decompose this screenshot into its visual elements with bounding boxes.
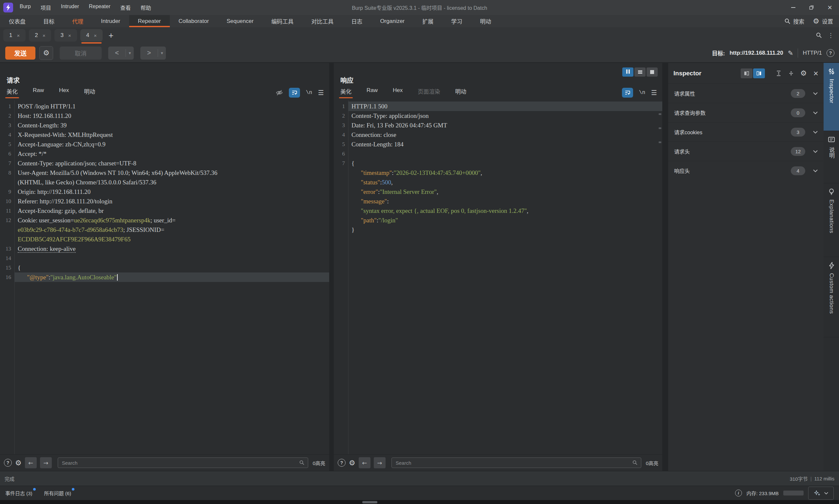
show-newlines-button[interactable]: \n [306,90,312,96]
close-tab-icon[interactable]: × [17,33,20,38]
help-icon[interactable]: ? [826,49,834,57]
response-search-input[interactable] [395,460,632,466]
prev-match-button[interactable]: ← [25,457,37,468]
inspector-section-request-attributes[interactable]: 请求属性 2 [668,84,824,103]
search-tabs-icon[interactable] [816,32,822,38]
chevron-down-icon[interactable]: ▼ [126,51,134,55]
inspector-section-request-headers[interactable]: 请求头 12 [668,142,824,161]
tab-repeater[interactable]: Repeater [129,15,170,27]
request-search-input[interactable] [61,460,299,466]
menu-view[interactable]: 查看 [120,4,131,12]
side-tab-custom-actions[interactable]: Custom actions [824,257,839,337]
chevron-down-icon[interactable]: ▼ [158,51,166,55]
repeater-tab-1[interactable]: 1 × [3,29,25,41]
help-icon[interactable]: ? [4,459,12,467]
info-icon[interactable]: i [735,490,742,497]
close-tab-icon[interactable]: × [42,33,46,38]
close-button[interactable]: × [821,0,839,15]
cancel-button[interactable]: 取消 [60,47,102,59]
tab-extra[interactable]: 明动 [84,87,95,98]
hamburger-menu-icon[interactable]: ☰ [318,89,324,96]
tab-extra[interactable]: 明动 [455,87,466,98]
search-settings-icon[interactable]: ⚙ [15,459,22,467]
word-wrap-button[interactable] [622,88,633,97]
tab-target[interactable]: 目标 [34,15,63,27]
request-editor[interactable]: 1POST /login HTTP/1.12Host: 192.168.111.… [0,100,329,454]
history-forward-button[interactable]: > ▼ [140,47,166,59]
hide-icon[interactable] [276,89,283,96]
menu-intruder[interactable]: Intruder [61,4,79,12]
tab-intruder[interactable]: Intruder [92,15,129,27]
inspector-settings-button[interactable]: ⚙ [800,69,807,77]
inspector-close-icon[interactable]: × [814,69,818,78]
menu-project[interactable]: 项目 [41,4,51,12]
repeater-tab-4[interactable]: 4 × [80,29,103,41]
layout-columns-button[interactable] [622,68,633,77]
side-tab-inspector[interactable]: Inspector [824,63,839,131]
prev-match-button[interactable]: ← [359,457,371,468]
kebab-menu-icon[interactable]: ⋮ [828,32,834,39]
tab-hex[interactable]: Hex [393,87,403,98]
edit-target-icon[interactable]: ✎ [788,49,793,57]
close-tab-icon[interactable]: × [94,33,97,38]
chevron-down-icon[interactable] [813,92,818,95]
tab-sequencer[interactable]: Sequencer [218,15,262,27]
repeater-tab-3[interactable]: 3 × [54,29,77,41]
tab-raw[interactable]: Raw [366,87,378,98]
side-tab-explanations[interactable]: Explanations [824,183,839,257]
next-match-button[interactable]: → [40,457,52,468]
all-issues-button[interactable]: 所有问题 (6) [44,490,71,497]
menu-repeater[interactable]: Repeater [89,4,110,12]
next-match-button[interactable]: → [374,457,386,468]
word-wrap-button[interactable] [289,88,300,97]
settings-button[interactable]: ⚙ 设置 [813,17,833,25]
layout-single-button[interactable] [647,68,658,77]
layout-rows-button[interactable] [634,68,646,77]
http-version-selector[interactable]: HTTP/1 [803,50,822,56]
tab-extra[interactable]: 明动 [471,15,500,27]
close-tab-icon[interactable]: × [68,33,71,38]
dock-right-button[interactable] [753,69,765,78]
chevron-down-icon[interactable] [813,131,818,133]
help-icon[interactable]: ? [338,459,346,467]
side-tab-notes[interactable]: 说明 [824,131,839,183]
collapse-all-button[interactable] [775,70,782,77]
expand-all-button[interactable] [788,70,794,77]
chevron-down-icon[interactable] [813,111,818,114]
inspector-section-query-params[interactable]: 请求查询参数 0 [668,103,824,122]
tab-collaborator[interactable]: Collaborator [170,15,218,27]
add-tab-button[interactable]: + [108,31,114,41]
tab-learn[interactable]: 学习 [442,15,471,27]
repeater-tab-2[interactable]: 2 × [29,29,51,41]
chevron-down-icon[interactable] [813,150,818,153]
menu-help[interactable]: 帮助 [141,4,151,12]
history-back-button[interactable]: < ▼ [108,47,134,59]
response-editor[interactable]: 1HTTP/1.1 5002Content-Type: application/… [334,100,662,454]
show-newlines-button[interactable]: \n [639,90,645,96]
tab-decoder[interactable]: 编码工具 [262,15,302,27]
restore-button[interactable] [802,0,821,15]
search-settings-icon[interactable]: ⚙ [349,459,355,467]
inspector-section-response-headers[interactable]: 响应头 4 [668,161,824,180]
chevron-down-icon[interactable] [813,169,818,172]
tab-proxy[interactable]: 代理 [63,15,92,27]
tab-organizer[interactable]: Organizer [371,15,413,27]
tab-extensions[interactable]: 扩展 [413,15,442,27]
tab-pretty[interactable]: 美化 [6,87,18,98]
menu-burp[interactable]: Burp [20,4,31,12]
global-search-button[interactable]: 搜索 [785,17,804,25]
tab-pretty[interactable]: 美化 [340,87,352,98]
minimize-button[interactable] [784,0,802,15]
tab-hex[interactable]: Hex [59,87,69,98]
tab-dashboard[interactable]: 仪表盘 [0,15,34,27]
inspector-section-cookies[interactable]: 请求cookies 3 [668,122,824,142]
send-settings-button[interactable]: ⚙ [39,46,53,60]
send-button[interactable]: 发送 [5,47,35,59]
tab-comparer[interactable]: 对比工具 [302,15,342,27]
ai-menu-button[interactable] [808,487,834,500]
tab-raw[interactable]: Raw [33,87,44,98]
event-log-button[interactable]: 事件日志 (3) [5,490,32,497]
dock-left-button[interactable] [741,69,752,78]
hamburger-menu-icon[interactable]: ☰ [651,89,657,96]
tab-logger[interactable]: 日志 [342,15,371,27]
